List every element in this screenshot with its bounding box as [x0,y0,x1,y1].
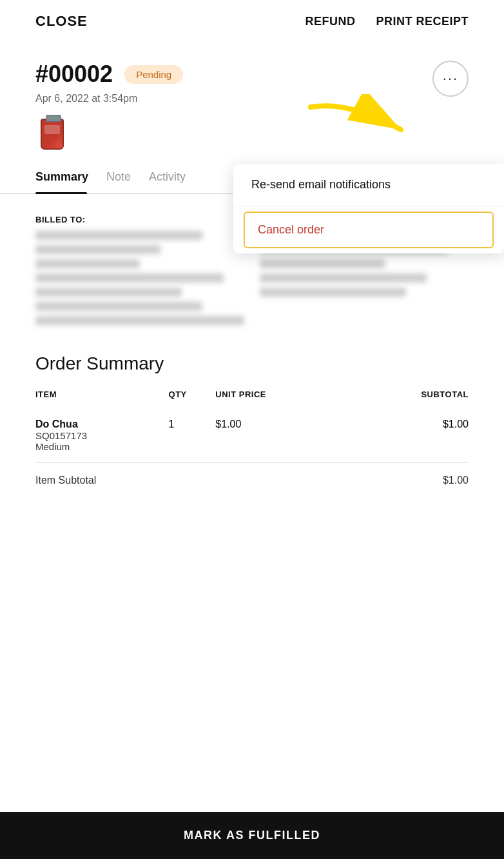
print-receipt-button[interactable]: PRINT RECEIPT [376,15,469,28]
item-subtotal-value: $1.00 [443,475,469,486]
order-date: Apr 6, 2022 at 3:54pm [35,93,469,104]
item-subtotal: $1.00 [346,408,469,462]
shipping-line-3 [260,259,385,268]
item-unit-price: $1.00 [215,408,346,462]
tab-summary[interactable]: Summary [35,161,106,193]
billing-address: BILLED TO: [35,215,244,330]
tab-note[interactable]: Note [106,161,149,193]
item-name: Do Chua [35,419,169,430]
refund-button[interactable]: REFUND [305,15,355,28]
col-item: ITEM [35,390,169,408]
resend-email-item[interactable]: Re-send email notifications [233,164,504,206]
billing-line-6 [35,302,202,311]
item-subtotal-label: Item Subtotal [35,475,96,486]
order-header: #00002 Pending ··· Apr 6, 2022 at 3:54pm [0,43,504,153]
mark-as-fulfilled-button[interactable]: MARK AS FULFILLED [0,812,504,859]
top-nav: CLOSE REFUND PRINT RECEIPT [0,0,504,43]
order-header-wrapper: #00002 Pending ··· Apr 6, 2022 at 3:54pm… [0,43,504,153]
billing-line-3 [35,259,140,268]
top-nav-left: CLOSE [35,13,88,30]
tab-activity[interactable]: Activity [149,161,204,193]
col-unit-price: UNIT PRICE [215,390,346,408]
product-image [41,119,64,150]
billing-line-7 [35,316,244,325]
more-options-button[interactable]: ··· [432,61,469,97]
item-variant: Medium [35,441,169,452]
item-details: Do Chua SQ0157173 Medium [35,408,169,462]
close-button[interactable]: CLOSE [35,13,88,30]
billing-line-4 [35,273,224,282]
order-thumbnail [35,115,69,153]
col-qty: QTY [169,390,216,408]
table-row: Do Chua SQ0157173 Medium 1 $1.00 $1.00 [35,408,469,462]
top-nav-right: REFUND PRINT RECEIPT [305,15,469,28]
order-title-row: #00002 Pending [35,61,469,88]
col-subtotal: SUBTOTAL [346,390,469,408]
order-table: ITEM QTY UNIT PRICE SUBTOTAL Do Chua SQ0… [35,390,469,462]
status-badge: Pending [124,65,183,84]
shipping-line-5 [260,288,406,297]
shipping-line-4 [260,273,427,282]
billing-label: BILLED TO: [35,215,244,224]
item-qty: 1 [169,408,216,462]
order-summary-title: Order Summary [35,353,469,374]
item-subtotal-row: Item Subtotal $1.00 [35,463,469,498]
billing-line-5 [35,288,182,297]
dropdown-menu: Re-send email notifications Cancel order [233,164,504,253]
cancel-order-item[interactable]: Cancel order [244,212,494,248]
order-number: #00002 [35,61,113,88]
billing-line-1 [35,231,202,240]
billing-line-2 [35,245,160,254]
item-sku: SQ0157173 [35,430,169,441]
